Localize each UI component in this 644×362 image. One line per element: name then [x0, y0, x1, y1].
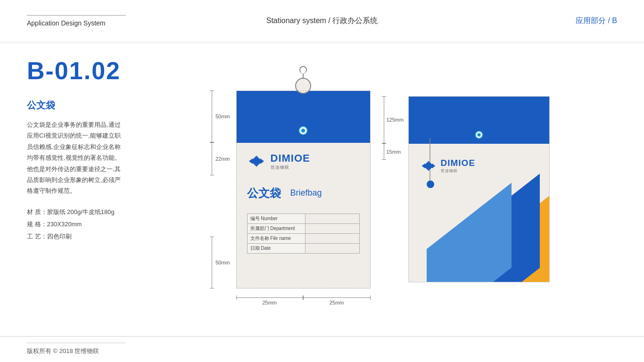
- header: Application Design System Stationary sys…: [0, 0, 644, 42]
- row1-label: 编号 Number: [247, 214, 305, 223]
- item-title: 公文袋: [27, 99, 124, 112]
- craft: 工 艺：四色印刷: [27, 230, 124, 243]
- side-button-top: [475, 131, 483, 139]
- svg-marker-1: [252, 157, 261, 165]
- diagrams-area: 50mm 22mm 50mm: [151, 42, 644, 336]
- table-row: 文件名称 File name: [247, 233, 359, 243]
- row2-value: [305, 223, 359, 233]
- header-left: Application Design System: [27, 15, 126, 27]
- side-logo-area: DIMIOE 世连物联: [420, 158, 476, 173]
- envelope-flap: [237, 91, 370, 143]
- dim-50mm-top: 50mm: [212, 90, 212, 142]
- logo-text-group: DIMIOE 世连物联: [271, 152, 310, 171]
- svg-marker-8: [432, 163, 435, 168]
- description: 公文袋是企业事务的重要用品,通过应用CI视觉识别的统一,能够建立职员信赖感,企业…: [27, 119, 124, 197]
- dim-25mm-right: 25mm: [303, 297, 371, 305]
- material: 材 质：胶版纸 200g/牛皮纸180g: [27, 206, 124, 218]
- code-label: B-01.02: [27, 57, 124, 85]
- logo-icon: [247, 155, 266, 168]
- header-right-label: 应用部分 / B: [576, 16, 617, 26]
- dim-15mm: 15mm: [384, 143, 401, 160]
- envelope-front: DIMIOE 世连物联 公文袋 Briefbag 编号 Number: [236, 90, 371, 288]
- side-logo-icon: [420, 160, 437, 172]
- dim-25mm-right-label: 25mm: [330, 300, 344, 305]
- side-logo-main-text: DIMIOE: [441, 158, 476, 168]
- side-logo-text-group: DIMIOE 世连物联: [441, 158, 476, 173]
- side-button-mid: [427, 181, 434, 188]
- dim-25mm-left-label: 25mm: [262, 300, 277, 305]
- envelope-side: DIMIOE 世连物联: [408, 96, 550, 282]
- envelope-title-area: 公文袋 Briefbag: [247, 186, 360, 201]
- footer: 版权所有 © 2018 世维物联: [0, 336, 644, 362]
- row3-value: [305, 233, 359, 243]
- table-row: 编号 Number: [247, 214, 359, 223]
- row4-value: [305, 243, 359, 253]
- main-content: B-01.02 公文袋 公文袋是企业事务的重要用品,通过应用CI视觉识别的统一,…: [0, 42, 644, 336]
- side-logo-sub-text: 世连物联: [441, 168, 476, 173]
- header-title: Application Design System: [27, 19, 126, 27]
- stripe-blue-light: [427, 183, 512, 282]
- envelope-title-en: Briefbag: [290, 188, 322, 198]
- dim-22mm: 22mm: [212, 142, 212, 175]
- svg-marker-2: [249, 158, 253, 164]
- svg-marker-7: [421, 163, 425, 168]
- table-row: 所属部门 Department: [247, 223, 359, 233]
- svg-marker-6: [424, 162, 433, 169]
- dim-50mm-top-label: 50mm: [215, 114, 230, 119]
- table-row: 日期 Date: [247, 243, 359, 253]
- envelope-body: DIMIOE 世连物联 公文袋 Briefbag 编号 Number: [237, 143, 370, 288]
- dim-50mm-bot: 50mm: [212, 237, 212, 288]
- cord-hook: [299, 66, 307, 74]
- row4-label: 日期 Date: [247, 243, 305, 253]
- header-divider-line: [27, 15, 126, 16]
- footer-copyright: 版权所有 © 2018 世维物联: [27, 347, 99, 355]
- dim-125mm-label: 125mm: [387, 117, 404, 123]
- row2-label: 所属部门 Department: [247, 223, 305, 233]
- dim-50mm-bot-label: 50mm: [215, 260, 230, 265]
- logo-main-text: DIMIOE: [271, 152, 310, 165]
- envelope-button-flap: [298, 126, 308, 135]
- row1-value: [305, 214, 359, 223]
- left-panel: B-01.02 公文袋 公文袋是企业事务的重要用品,通过应用CI视觉识别的统一,…: [0, 42, 151, 336]
- dim-22mm-label: 22mm: [215, 156, 230, 162]
- header-center-title: Stationary system / 行政办公系统: [266, 16, 378, 26]
- front-view-container: 50mm 22mm 50mm: [236, 90, 371, 288]
- form-table: 编号 Number 所属部门 Department 文件名称 File name: [247, 214, 360, 254]
- svg-marker-3: [260, 158, 264, 164]
- footer-divider: [27, 343, 126, 343]
- dim-15mm-label: 15mm: [387, 149, 401, 155]
- envelope-title-cn: 公文袋: [247, 186, 281, 201]
- dim-125mm: 125mm: [384, 96, 404, 143]
- side-view-container: 125mm 15mm: [408, 96, 550, 282]
- envelope-logo-area: DIMIOE 世连物联: [247, 152, 360, 171]
- row3-label: 文件名称 File name: [247, 233, 305, 243]
- logo-sub-text: 世连物联: [271, 165, 310, 171]
- dim-25mm-left: 25mm: [236, 297, 304, 305]
- size: 规 格：230X320mm: [27, 218, 124, 230]
